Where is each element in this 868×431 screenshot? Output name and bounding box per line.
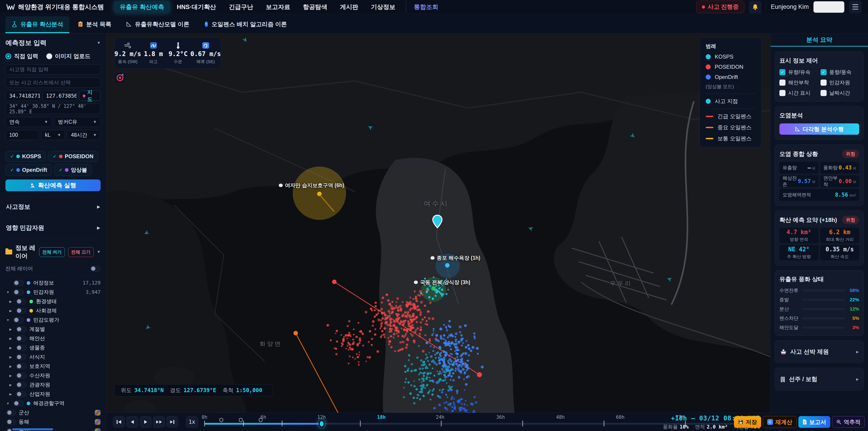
layer-style-swatch[interactable] (95, 410, 101, 415)
display-checkbox[interactable]: ✓해안부착 (779, 79, 818, 86)
layer-toggle[interactable] (16, 345, 26, 351)
layer-toggle[interactable] (16, 336, 26, 341)
layer-tree-row[interactable]: ▶ 사회경제 (5, 306, 101, 315)
model-chip[interactable]: ✓KOSPS (5, 151, 46, 162)
display-checkbox[interactable]: ✓유향/유속 (779, 69, 818, 76)
layer-tree-row[interactable]: ▶ 환경생태 (5, 297, 101, 306)
sidebar-scrollbar-thumb[interactable] (12, 428, 53, 430)
layer-toggle[interactable] (16, 382, 26, 388)
layer-tree-row[interactable]: ▼ 민감도평가 (5, 315, 101, 325)
nav-item[interactable]: 유출유 확산예측 (114, 1, 170, 13)
nav-item[interactable]: 보고자료 (260, 1, 296, 13)
tree-caret-icon[interactable]: ▼ (5, 290, 10, 294)
nav-item[interactable]: 긴급구난 (223, 1, 259, 13)
step-back-button[interactable] (126, 416, 138, 428)
timeline-label[interactable]: 12h (317, 414, 326, 420)
layer-toggle[interactable] (16, 299, 26, 304)
fence-deploy-marker-icon[interactable] (259, 418, 262, 423)
layer-toggle[interactable] (6, 410, 16, 415)
nav-item[interactable]: 통합조회 (406, 1, 444, 13)
layer-toggle[interactable] (16, 373, 26, 378)
model-chip[interactable]: ✓앙상블 (54, 164, 92, 176)
run-prediction-button[interactable]: 확산예측 실행 (5, 180, 101, 191)
layer-tree-row[interactable]: ▶ 관광자원 (5, 380, 101, 390)
radio-direct-input[interactable]: 직접 입력 (5, 53, 38, 60)
display-checkbox[interactable]: ✓시간 표시 (779, 90, 818, 96)
tree-caret-icon[interactable]: ▶ (8, 374, 13, 377)
radio-image-upload[interactable]: 이미지 업로드 (46, 53, 90, 60)
layer-tree-row[interactable]: 동해 (5, 417, 101, 427)
recalculate-button[interactable]: 재계산 (763, 416, 797, 428)
tab-boom-theory[interactable]: 오일펜스 배치 알고리즘 이론 (198, 16, 293, 33)
nav-item[interactable]: 기상정보 (365, 1, 401, 13)
tree-caret-icon[interactable]: ▼ (5, 318, 10, 322)
polygon-analysis-button[interactable]: 다각형 분석수행 (779, 123, 859, 135)
layer-tree-row[interactable]: ▶ 수산자원 (5, 371, 101, 380)
layer-tree-row[interactable]: 어장정보 17,129 (5, 278, 101, 287)
layer-style-swatch[interactable] (95, 428, 101, 431)
timeline-label[interactable]: 0h (202, 414, 207, 420)
tree-caret-icon[interactable]: ▶ (8, 355, 13, 359)
section-incident-info[interactable]: 사고정보▶ (5, 196, 101, 217)
nav-item[interactable]: 항공탐색 (297, 1, 333, 13)
layer-tree-row[interactable]: 군산 (5, 408, 101, 417)
nav-item[interactable]: 게시판 (334, 1, 364, 13)
center-on-incident-button[interactable] (114, 72, 126, 84)
layer-tree-row[interactable]: ▶ 해안선 (5, 334, 101, 343)
model-chip[interactable]: ✓POSEIDON (48, 151, 98, 162)
collapse-icon[interactable]: ▼ (97, 250, 101, 254)
map-poi-label[interactable]: 종포 해수욕장 (1h) (431, 254, 480, 261)
spill-type-select[interactable]: 연속▼ (5, 117, 52, 127)
tab-model-theory[interactable]: 유출유확산모델 이론 (120, 16, 195, 33)
amount-input[interactable]: 100 (5, 130, 39, 140)
latitude-input[interactable]: 34.741827129 (5, 91, 40, 101)
longitude-input[interactable]: 127.673856994 (42, 91, 77, 101)
unit-select[interactable]: kL▼ (41, 130, 65, 140)
incident-name-input[interactable]: 사고명 직접 입력 (5, 64, 101, 74)
tree-caret-icon[interactable]: ▶ (8, 300, 13, 303)
layer-toggle[interactable] (13, 289, 24, 295)
save-button[interactable]: 저장 (734, 416, 761, 428)
map-poi-label[interactable]: 국동 전복 양식장 (3h) (414, 279, 470, 286)
model-chip[interactable]: ✓OpenDrift (5, 164, 52, 176)
all-layers-toggle[interactable] (90, 266, 101, 272)
layer-tree-row[interactable]: ▶ 산업자원 (5, 390, 101, 399)
tab-spill-analysis[interactable]: 유출유 확산분석 (5, 16, 69, 33)
display-checkbox[interactable]: ✓민감자원 (820, 79, 860, 86)
layer-toggle[interactable] (16, 326, 26, 332)
all-layers-on-button[interactable]: 전체 켜기 (39, 247, 65, 257)
timeline-thumb[interactable] (318, 420, 324, 428)
skip-to-start-button[interactable] (113, 416, 125, 428)
tree-caret-icon[interactable]: ▶ (8, 392, 13, 396)
owner-insurance-card[interactable]: 선주 / 보험 ▶ (775, 368, 864, 391)
fence-deploy-marker-icon[interactable] (219, 418, 223, 423)
map-poi-label[interactable]: 여자만 습지보호구역 (6h) (279, 182, 344, 189)
layer-toggle[interactable] (16, 391, 26, 397)
layer-toggle[interactable] (16, 363, 26, 369)
layer-style-swatch[interactable] (95, 419, 101, 425)
layer-toggle[interactable] (6, 419, 16, 425)
incident-status-badge[interactable]: 사고 진행중 (696, 1, 744, 13)
tree-caret-icon[interactable]: ▶ (8, 337, 13, 340)
tree-caret-icon[interactable]: ▶ (8, 383, 13, 387)
section-impact-resources[interactable]: 영향 민감자원▶ (5, 217, 101, 238)
tree-caret-icon[interactable]: ▶ (8, 309, 13, 313)
layer-toggle[interactable] (13, 400, 24, 406)
play-button[interactable] (140, 416, 151, 428)
layer-tree-row[interactable]: ▶ 보호지역 (5, 362, 101, 371)
map-canvas[interactable]: 9.2 m/s 풍속 (SW) 1.8 m 파고 9.2°C 수온 0.67 m… (106, 33, 770, 431)
collapse-icon[interactable]: ▼ (97, 41, 101, 45)
tree-caret-icon[interactable]: ▶ (8, 328, 13, 331)
logout-button[interactable]: 로그아웃 (813, 1, 844, 13)
menu-button[interactable] (849, 1, 862, 13)
layer-toggle[interactable] (13, 317, 24, 323)
layer-tree-row[interactable]: ▶ 서식지 (5, 352, 101, 362)
tree-caret-icon[interactable]: ▶ (8, 365, 13, 368)
vessel-specs-card[interactable]: 사고 선박 제원 ▶ (775, 340, 864, 363)
report-button[interactable]: 보고서 (798, 416, 830, 428)
skip-to-end-button[interactable] (166, 416, 178, 428)
timeline-label[interactable]: 36h (496, 414, 505, 420)
layer-toggle[interactable] (16, 308, 26, 314)
pick-on-map-button[interactable]: 지도 (79, 91, 101, 101)
layer-toggle[interactable] (16, 354, 26, 360)
